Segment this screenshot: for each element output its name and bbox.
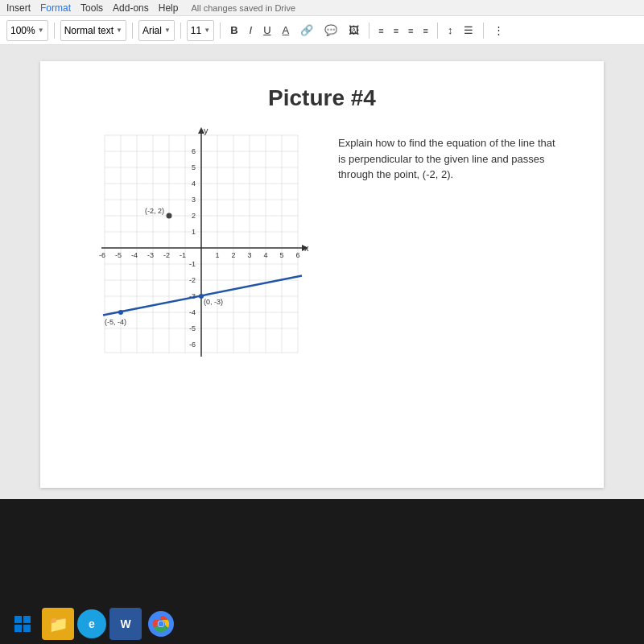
svg-text:3: 3 — [247, 251, 251, 259]
align-right-button[interactable]: ≡ — [405, 20, 416, 41]
description-text: Explain how to find the equation of the … — [338, 137, 555, 180]
word-icon: W — [120, 617, 130, 630]
svg-point-60 — [159, 621, 164, 627]
divider-5 — [369, 23, 369, 39]
menu-tools[interactable]: Tools — [80, 2, 103, 14]
comment-button[interactable]: 💬 — [320, 20, 341, 41]
point-minus5-minus4-label: (-5, -4) — [105, 318, 126, 326]
y-axis-label: y — [204, 127, 208, 135]
svg-text:5: 5 — [192, 163, 196, 171]
document-area: Picture #4 — [0, 45, 644, 499]
font-color-button[interactable]: A — [279, 20, 294, 41]
svg-rect-54 — [23, 616, 31, 623]
menu-addons[interactable]: Add-ons — [113, 2, 149, 14]
svg-text:4: 4 — [263, 251, 267, 259]
svg-text:-6: -6 — [189, 341, 196, 349]
coordinate-graph: x y -6 -5 -4 -3 -2 -1 1 2 3 4 — [80, 127, 314, 377]
italic-button[interactable]: I — [246, 20, 257, 41]
svg-text:-2: -2 — [163, 251, 170, 259]
size-select[interactable]: 11 ▼ — [187, 20, 214, 41]
svg-text:-4: -4 — [131, 251, 138, 259]
word-button[interactable]: W — [109, 608, 142, 640]
divider-6 — [437, 23, 438, 39]
svg-text:2: 2 — [192, 212, 196, 220]
svg-text:-1: -1 — [180, 251, 186, 259]
style-select[interactable]: Normal text ▼ — [60, 20, 126, 41]
screen: Insert Format Tools Add-ons Help All cha… — [0, 0, 644, 499]
line-spacing-button[interactable]: ↕ — [444, 20, 457, 41]
windows-icon — [14, 616, 31, 632]
menu-insert[interactable]: Insert — [6, 2, 31, 14]
zoom-arrow-icon: ▼ — [38, 27, 44, 34]
font-arrow-icon: ▼ — [164, 27, 171, 34]
page-title: Picture #4 — [80, 85, 564, 111]
svg-text:-4: -4 — [189, 308, 196, 316]
divider-2 — [132, 23, 133, 39]
saved-status: All changes saved in Drive — [191, 3, 295, 13]
point-minus2-2-label: (-2, 2) — [145, 207, 164, 215]
file-explorer-button[interactable]: 📁 — [42, 608, 74, 640]
image-button[interactable]: 🖼 — [345, 20, 363, 41]
svg-text:6: 6 — [192, 147, 196, 155]
edge-icon: e — [89, 617, 95, 630]
svg-text:-3: -3 — [147, 251, 154, 259]
chrome-button[interactable] — [145, 608, 177, 640]
list-button[interactable]: ☰ — [460, 20, 477, 41]
svg-text:-6: -6 — [99, 251, 105, 259]
size-arrow-icon: ▼ — [204, 27, 210, 34]
svg-text:1: 1 — [192, 228, 196, 236]
svg-text:-1: -1 — [189, 260, 196, 268]
font-color-label: A — [283, 24, 290, 36]
taskbar: 📁 e W — [0, 604, 644, 644]
divider-3 — [180, 23, 181, 39]
size-value: 11 — [191, 25, 201, 36]
menubar: Insert Format Tools Add-ons Help All cha… — [0, 0, 644, 16]
graph-container: x y -6 -5 -4 -3 -2 -1 1 2 3 4 — [80, 127, 314, 380]
svg-text:6: 6 — [295, 251, 299, 259]
divider-1 — [54, 23, 55, 39]
bold-button[interactable]: B — [226, 20, 242, 41]
zoom-select[interactable]: 100% ▼ — [6, 20, 48, 41]
edge-button[interactable]: e — [77, 609, 106, 638]
menu-help[interactable]: Help — [159, 2, 179, 14]
svg-text:3: 3 — [192, 196, 196, 204]
font-value: Arial — [142, 25, 162, 36]
more-button[interactable]: ⋮ — [489, 20, 508, 41]
windows-button[interactable] — [6, 608, 39, 640]
divider-7 — [483, 23, 484, 39]
zoom-group: 100% ▼ — [6, 20, 48, 41]
svg-text:5: 5 — [279, 251, 283, 259]
align-center-button[interactable]: ≡ — [390, 20, 402, 41]
chrome-icon — [148, 611, 174, 637]
point-0-minus3-label: (0, -3) — [204, 298, 223, 306]
folder-icon: 📁 — [48, 614, 68, 634]
svg-text:-5: -5 — [189, 324, 196, 332]
align-left-button[interactable]: ≡ — [375, 20, 386, 41]
style-value: Normal text — [64, 25, 114, 36]
x-axis-label: x — [304, 243, 309, 253]
font-select[interactable]: Arial ▼ — [138, 20, 175, 41]
link-button[interactable]: 🔗 — [296, 20, 317, 41]
point-minus2-2 — [167, 213, 172, 219]
align-justify-button[interactable]: ≡ — [419, 20, 431, 41]
svg-text:4: 4 — [192, 180, 196, 188]
content-area: x y -6 -5 -4 -3 -2 -1 1 2 3 4 — [80, 127, 564, 380]
svg-rect-56 — [23, 625, 31, 632]
zoom-value: 100% — [10, 25, 35, 36]
svg-text:2: 2 — [231, 251, 235, 259]
svg-text:-5: -5 — [115, 251, 122, 259]
toolbar: 100% ▼ Normal text ▼ Arial ▼ 11 ▼ B I U … — [0, 16, 644, 45]
divider-4 — [220, 23, 221, 39]
document-page: Picture #4 — [40, 61, 604, 488]
style-arrow-icon: ▼ — [116, 27, 122, 34]
svg-text:1: 1 — [215, 251, 219, 259]
menu-format[interactable]: Format — [40, 2, 71, 14]
svg-rect-55 — [14, 625, 22, 632]
problem-description: Explain how to find the equation of the … — [338, 127, 564, 183]
underline-button[interactable]: U — [259, 20, 275, 41]
point-minus5-minus4 — [118, 310, 123, 315]
svg-rect-53 — [14, 616, 22, 623]
svg-text:-2: -2 — [189, 276, 196, 284]
